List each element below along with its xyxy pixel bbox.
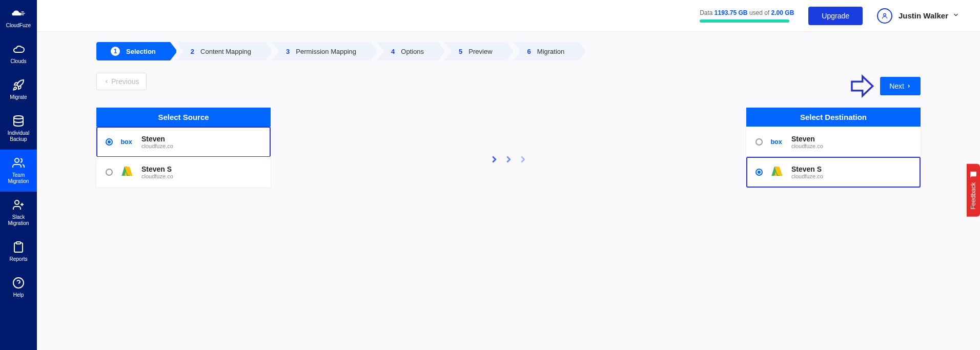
data-total: 2.00 GB [771, 9, 794, 16]
account-domain: cloudfuze.co [791, 173, 823, 179]
step-migration[interactable]: 6Migration [513, 42, 579, 60]
sidebar-label: Clouds [10, 58, 26, 65]
svg-point-4 [15, 158, 19, 162]
step-number: 5 [459, 48, 462, 55]
team-icon [11, 156, 26, 170]
arrow-right-outline-icon [848, 73, 875, 99]
step-selection[interactable]: 1Selection [96, 42, 170, 60]
step-options[interactable]: 4Options [377, 42, 438, 60]
account-row[interactable]: boxStevencloudfuze.co [96, 127, 271, 157]
step-number: 2 [191, 48, 194, 55]
radio-button[interactable] [756, 169, 763, 176]
previous-label: Previous [111, 77, 139, 86]
sidebar-label: Slack Migration [2, 214, 35, 227]
step-preview[interactable]: 5Preview [444, 42, 506, 60]
svg-point-3 [14, 116, 23, 119]
direction-arrows [271, 108, 746, 165]
radio-button[interactable] [106, 169, 113, 176]
next-label: Next [889, 82, 904, 90]
data-label: Data [700, 9, 712, 16]
sidebar-label: Team Migration [2, 172, 35, 184]
source-panel-title: Select Source [96, 108, 271, 127]
sidebar-label: Help [13, 292, 24, 298]
destination-panel: Select Destination boxStevencloudfuze.co… [746, 108, 921, 188]
sidebar-item-help[interactable]: Help [0, 270, 37, 305]
feedback-tab[interactable]: Feedback [967, 164, 980, 217]
step-label: Selection [126, 48, 156, 55]
chevron-left-icon [104, 79, 109, 84]
step-label: Content Mapping [200, 48, 251, 55]
step-label: Options [401, 48, 424, 55]
svg-rect-8 [16, 242, 21, 244]
data-mid: used of [749, 9, 769, 16]
svg-text:box: box [770, 138, 782, 146]
sidebar-item-reports[interactable]: Reports [0, 234, 37, 270]
account-name: Steven [141, 135, 173, 143]
data-usage-bar [700, 19, 789, 23]
account-domain: cloudfuze.co [141, 173, 173, 179]
help-icon [11, 276, 26, 290]
gdrive-icon [770, 165, 784, 179]
step-label: Permission Mapping [296, 48, 356, 55]
next-button[interactable]: Next [880, 77, 921, 95]
sidebar-item-clouds[interactable]: Clouds [0, 36, 37, 72]
chevron-down-icon [952, 11, 959, 20]
chevron-right-icon [906, 84, 911, 89]
sidebar-label: Individual Backup [2, 130, 35, 142]
gdrive-icon [120, 165, 134, 179]
feedback-label: Feedback [970, 182, 977, 210]
step-label: Migration [537, 48, 564, 55]
step-content-mapping[interactable]: 2Content Mapping [176, 42, 266, 60]
chevron-icon [488, 154, 500, 165]
svg-rect-1 [22, 12, 24, 12]
rocket-icon [11, 78, 26, 92]
step-number: 1 [111, 47, 120, 56]
step-number: 6 [527, 48, 531, 55]
step-permission-mapping[interactable]: 3Permission Mapping [272, 42, 371, 60]
db-icon [11, 114, 26, 128]
logo-icon [11, 6, 26, 20]
data-usage: Data 1193.75 GB used of 2.00 GB [700, 9, 794, 23]
account-domain: cloudfuze.co [791, 143, 823, 149]
chevron-icon [503, 154, 514, 165]
chat-icon [970, 171, 977, 178]
account-row[interactable]: Steven Scloudfuze.co [96, 157, 271, 188]
chevron-icon [517, 154, 528, 165]
user-name: Justin Walker [899, 11, 948, 20]
destination-panel-title: Select Destination [746, 108, 921, 127]
clipboard-icon [11, 240, 26, 254]
user-menu[interactable]: Justin Walker [877, 8, 959, 24]
box-icon: box [770, 135, 784, 149]
source-panel: Select Source boxStevencloudfuze.coSteve… [96, 108, 271, 188]
sidebar-label: CloudFuze [6, 23, 31, 29]
radio-button[interactable] [756, 138, 763, 146]
svg-rect-2 [22, 14, 24, 15]
sidebar-item-individual-backup[interactable]: Individual Backup [0, 108, 37, 150]
svg-point-11 [884, 13, 886, 16]
upgrade-button[interactable]: Upgrade [808, 7, 863, 25]
step-number: 3 [286, 48, 290, 55]
data-used: 1193.75 GB [714, 9, 748, 16]
step-number: 4 [391, 48, 395, 55]
svg-point-5 [15, 200, 19, 204]
account-name: Steven S [791, 165, 823, 173]
sidebar-item-cloudfuze[interactable]: CloudFuze [0, 0, 37, 36]
account-name: Steven [791, 135, 823, 143]
account-name: Steven S [141, 165, 173, 173]
account-row[interactable]: Steven Scloudfuze.co [746, 157, 921, 188]
sidebar: CloudFuzeCloudsMigrateIndividual BackupT… [0, 0, 37, 350]
previous-button[interactable]: Previous [96, 73, 147, 90]
sidebar-item-migrate[interactable]: Migrate [0, 72, 37, 108]
sidebar-item-team-migration[interactable]: Team Migration [0, 150, 37, 192]
avatar-icon [877, 8, 892, 24]
svg-rect-0 [22, 13, 25, 13]
account-row[interactable]: boxStevencloudfuze.co [746, 127, 921, 157]
topbar: Data 1193.75 GB used of 2.00 GB Upgrade … [37, 0, 980, 32]
sidebar-item-slack-migration[interactable]: Slack Migration [0, 192, 37, 234]
wizard-steps: 1Selection2Content Mapping3Permission Ma… [37, 32, 980, 67]
radio-button[interactable] [106, 138, 113, 146]
team2-icon [11, 198, 26, 212]
sidebar-label: Reports [9, 256, 27, 262]
box-icon: box [120, 135, 134, 149]
cloud-icon [11, 42, 26, 56]
